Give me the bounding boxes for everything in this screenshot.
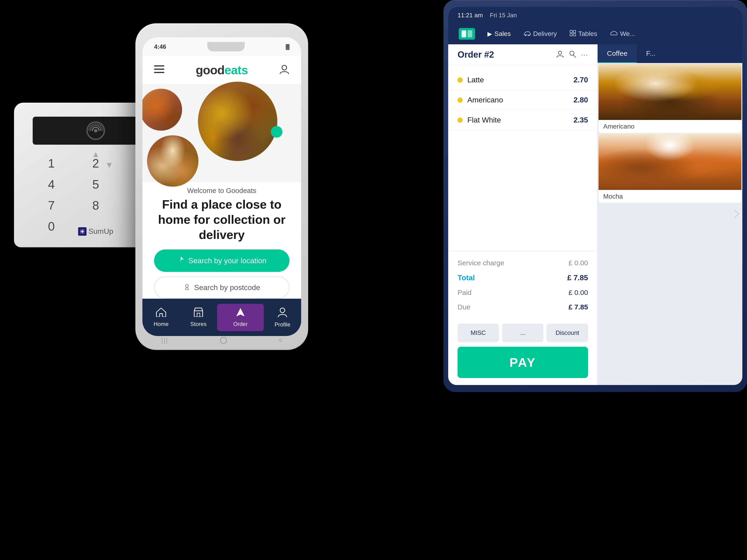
food-image-topleft xyxy=(143,89,182,131)
svg-rect-8 xyxy=(194,311,203,317)
svg-rect-18 xyxy=(573,34,576,36)
app-tagline: Find a place close to home for collectio… xyxy=(143,197,301,249)
bottom-navigation: Home Stores xyxy=(143,299,301,336)
key-2[interactable]: 2 xyxy=(77,156,114,170)
svg-point-6 xyxy=(186,285,188,287)
due-row: Due £ 7.85 xyxy=(458,300,588,314)
svg-rect-12 xyxy=(468,30,472,37)
order-items-list: Latte 2.70 Americano 2.80 Flat White 2.3… xyxy=(448,65,597,251)
service-charge-label: Service charge xyxy=(458,259,504,267)
key-4[interactable]: 4 xyxy=(33,177,70,191)
phone-nav-home-button[interactable] xyxy=(220,337,227,344)
menu-scroll-right[interactable] xyxy=(734,209,740,220)
service-charge-value: £ 0.00 xyxy=(569,259,588,267)
key-5[interactable]: 5 xyxy=(77,177,114,191)
service-charge-row: Service charge £ 0.00 xyxy=(458,256,588,270)
paid-label: Paid xyxy=(458,289,471,297)
order-nav-label: Order xyxy=(233,321,248,327)
more-button[interactable]: ... xyxy=(502,324,543,342)
item-price-flatwhite: 2.35 xyxy=(573,116,588,124)
menu-item-coffee[interactable]: Americano xyxy=(598,64,741,133)
order-item-americano[interactable]: Americano 2.80 xyxy=(448,90,597,110)
due-value: £ 7.85 xyxy=(569,303,588,311)
svg-rect-3 xyxy=(154,69,164,70)
total-value: £ 7.85 xyxy=(567,273,588,282)
hamburger-menu-icon[interactable] xyxy=(154,65,164,75)
nav-delivery[interactable]: Delivery xyxy=(517,23,563,44)
svg-point-10 xyxy=(280,308,285,313)
nav-order[interactable]: Order xyxy=(217,304,264,331)
svg-rect-15 xyxy=(570,30,572,33)
order-header: Order #2 ··· xyxy=(448,44,597,65)
action-buttons: MISC ... Discount xyxy=(448,319,597,347)
cloud-nav-label: We... xyxy=(620,30,635,37)
key-0[interactable]: 0 xyxy=(33,219,70,233)
svg-rect-11 xyxy=(462,30,466,37)
goodtill-logo-area xyxy=(453,28,481,40)
item-name-americano: Americano xyxy=(467,96,569,104)
svg-point-20 xyxy=(570,51,574,55)
user-profile-icon[interactable] xyxy=(279,64,289,76)
svg-rect-9 xyxy=(197,313,200,317)
battery-icon: ▓ xyxy=(286,44,289,50)
phone-status-bar: 4:46 ▓ xyxy=(143,37,301,56)
phone-nav-menu-icon[interactable]: ||| xyxy=(161,337,168,344)
nav-profile[interactable]: Profile xyxy=(264,307,301,328)
food-image-bottomleft xyxy=(147,135,199,187)
sumup-logo-icon xyxy=(78,227,86,236)
sumup-brand-text: SumUp xyxy=(88,227,113,236)
sales-nav-label: Sales xyxy=(494,30,511,37)
svg-rect-16 xyxy=(573,30,576,33)
svg-point-19 xyxy=(558,51,562,54)
order-item-latte[interactable]: Latte 2.70 xyxy=(448,70,597,90)
order-totals: Service charge £ 0.00 Total £ 7.85 Paid … xyxy=(448,251,597,319)
discount-button[interactable]: Discount xyxy=(547,324,588,342)
phone-notch xyxy=(207,42,244,51)
logo-eats: eats xyxy=(224,63,248,77)
user-icon[interactable] xyxy=(556,50,564,60)
tablet-main-content: Order #2 ··· xyxy=(448,44,742,385)
nav-cloud[interactable]: We... xyxy=(604,23,642,44)
key-1[interactable]: 1 xyxy=(33,156,70,170)
nav-tables[interactable]: Tables xyxy=(563,23,604,44)
nav-sales[interactable]: ▶ Sales xyxy=(481,23,517,44)
coffee-item-image xyxy=(598,64,741,120)
key-8[interactable]: 8 xyxy=(77,198,114,212)
phone-system-nav: ||| < xyxy=(135,335,308,346)
pos-tablet: 11:21 am Fri 15 Jan ▶ Sales xyxy=(443,0,747,392)
search-postcode-label: Search by postcode xyxy=(194,283,260,292)
item-name-flatwhite: Flat White xyxy=(467,116,569,124)
phone-nav-back-icon[interactable]: < xyxy=(279,337,282,344)
menu-tab-coffee[interactable]: Coffee xyxy=(598,44,637,63)
tablet-screen: 11:21 am Fri 15 Jan ▶ Sales xyxy=(448,7,742,385)
profile-icon xyxy=(277,307,288,319)
menu-items-grid: Americano Mocha xyxy=(598,63,742,385)
dessert-item-image xyxy=(598,134,741,190)
delivery-nav-label: Delivery xyxy=(533,30,557,37)
misc-button[interactable]: MISC xyxy=(458,324,499,342)
item-indicator xyxy=(458,98,463,103)
search-by-postcode-button[interactable]: Search by postcode xyxy=(154,276,289,298)
menu-tab-other[interactable]: F... xyxy=(637,44,665,63)
svg-rect-17 xyxy=(570,34,572,36)
menu-item-dessert[interactable]: Mocha xyxy=(598,134,741,203)
nav-home[interactable]: Home xyxy=(143,308,180,327)
order-title: Order #2 xyxy=(458,50,551,60)
order-item-flatwhite[interactable]: Flat White 2.35 xyxy=(448,110,597,130)
item-price-americano: 2.80 xyxy=(573,96,588,104)
key-7[interactable]: 7 xyxy=(33,198,70,212)
svg-point-13 xyxy=(525,34,526,36)
svg-rect-2 xyxy=(154,65,164,66)
more-options-icon[interactable]: ··· xyxy=(581,51,588,59)
tablet-time: 11:21 am xyxy=(458,12,483,19)
svg-point-0 xyxy=(94,129,98,133)
item-indicator xyxy=(458,77,463,83)
contactless-icon xyxy=(86,121,105,140)
home-nav-label: Home xyxy=(154,321,169,327)
food-image-main xyxy=(198,82,277,161)
nav-stores[interactable]: Stores xyxy=(180,308,217,327)
pay-button[interactable]: PAY xyxy=(458,347,588,378)
sales-play-icon: ▶ xyxy=(487,30,492,37)
search-icon[interactable] xyxy=(569,50,576,60)
search-by-location-button[interactable]: Search by your location xyxy=(154,249,289,272)
